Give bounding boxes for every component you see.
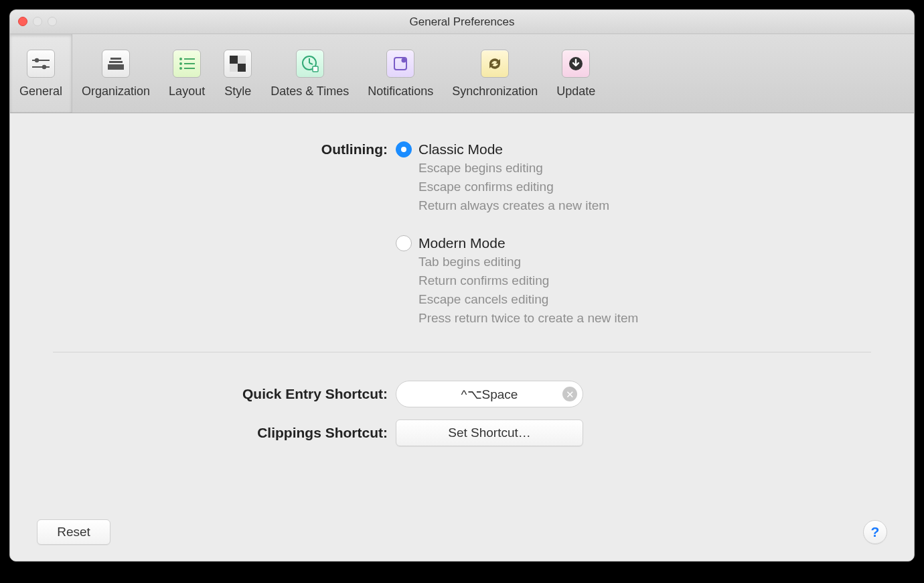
svg-rect-12 bbox=[184, 68, 195, 69]
tab-label: Dates & Times bbox=[271, 84, 349, 99]
classic-desc-2: Escape confirms editing bbox=[396, 178, 871, 196]
preferences-window: General Preferences General bbox=[9, 9, 915, 562]
radio-icon bbox=[396, 141, 412, 157]
outlining-section: Outlining: Classic Mode Escape begins ed… bbox=[53, 140, 871, 328]
svg-point-9 bbox=[179, 62, 182, 65]
svg-rect-19 bbox=[313, 66, 318, 72]
tab-organization[interactable]: Organization bbox=[72, 34, 159, 113]
svg-point-7 bbox=[179, 58, 182, 60]
help-icon: ? bbox=[871, 524, 880, 540]
preferences-body: Outlining: Classic Mode Escape begins ed… bbox=[10, 113, 914, 561]
svg-rect-6 bbox=[108, 64, 124, 70]
quick-entry-shortcut-field[interactable]: ^⌥Space ✕ bbox=[396, 381, 583, 407]
stack-icon bbox=[102, 50, 130, 78]
modern-desc-3: Escape cancels editing bbox=[396, 290, 871, 309]
svg-rect-8 bbox=[184, 58, 195, 60]
tab-label: Style bbox=[224, 84, 251, 99]
set-clippings-shortcut-button[interactable]: Set Shortcut… bbox=[396, 419, 583, 446]
checker-icon bbox=[224, 50, 252, 78]
tab-notifications[interactable]: Notifications bbox=[358, 34, 443, 113]
tab-layout[interactable]: Layout bbox=[159, 34, 214, 113]
radio-label: Classic Mode bbox=[418, 140, 503, 159]
radio-classic-mode[interactable]: Classic Mode bbox=[396, 140, 871, 159]
footer: Reset ? bbox=[10, 519, 914, 561]
sync-icon bbox=[481, 50, 509, 78]
svg-rect-5 bbox=[109, 61, 123, 63]
window-controls bbox=[18, 17, 57, 26]
svg-line-18 bbox=[309, 63, 313, 64]
titlebar: General Preferences bbox=[10, 10, 914, 34]
tab-label: Notifications bbox=[368, 84, 433, 99]
quick-entry-row: Quick Entry Shortcut: ^⌥Space ✕ bbox=[53, 381, 871, 407]
tab-style[interactable]: Style bbox=[214, 34, 261, 113]
clippings-row: Clippings Shortcut: Set Shortcut… bbox=[53, 419, 871, 446]
download-icon bbox=[562, 50, 590, 78]
modern-desc-1: Tab begins editing bbox=[396, 253, 871, 271]
zoom-button[interactable] bbox=[48, 17, 57, 26]
divider bbox=[53, 352, 871, 352]
tab-label: Organization bbox=[82, 84, 150, 99]
svg-point-11 bbox=[179, 67, 182, 70]
tab-synchronization[interactable]: Synchronization bbox=[443, 34, 547, 113]
window-title: General Preferences bbox=[410, 15, 515, 29]
button-label: Reset bbox=[57, 525, 90, 539]
clock-icon bbox=[296, 50, 324, 78]
reset-button[interactable]: Reset bbox=[37, 519, 110, 545]
radio-label: Modern Mode bbox=[418, 234, 506, 253]
tab-label: General bbox=[19, 84, 62, 99]
minimize-button[interactable] bbox=[33, 17, 42, 26]
svg-rect-14 bbox=[230, 56, 238, 64]
quick-entry-label: Quick Entry Shortcut: bbox=[53, 386, 388, 402]
tab-label: Synchronization bbox=[452, 84, 538, 99]
svg-rect-4 bbox=[110, 58, 121, 60]
modern-desc-2: Return confirms editing bbox=[396, 271, 871, 290]
clear-shortcut-icon[interactable]: ✕ bbox=[562, 387, 577, 401]
tab-dates-times[interactable]: Dates & Times bbox=[261, 34, 358, 113]
classic-desc-1: Escape begins editing bbox=[396, 159, 871, 178]
classic-desc-3: Return always creates a new item bbox=[396, 196, 871, 215]
svg-point-1 bbox=[35, 58, 39, 62]
tab-label: Update bbox=[556, 84, 595, 99]
list-icon bbox=[173, 50, 201, 78]
outlining-label: Outlining: bbox=[53, 140, 388, 328]
preferences-toolbar: General Organization bbox=[10, 34, 914, 113]
svg-point-21 bbox=[402, 58, 406, 63]
shortcut-value: ^⌥Space bbox=[461, 387, 518, 402]
radio-icon bbox=[396, 235, 412, 251]
svg-rect-10 bbox=[184, 63, 195, 64]
tab-general[interactable]: General bbox=[10, 34, 72, 113]
close-button[interactable] bbox=[18, 17, 27, 26]
radio-modern-mode[interactable]: Modern Mode bbox=[396, 234, 871, 253]
clippings-label: Clippings Shortcut: bbox=[53, 425, 388, 441]
svg-rect-15 bbox=[238, 64, 246, 72]
svg-point-3 bbox=[42, 65, 46, 69]
help-button[interactable]: ? bbox=[863, 520, 887, 544]
modern-desc-4: Press return twice to create a new item bbox=[396, 309, 871, 328]
button-label: Set Shortcut… bbox=[448, 426, 531, 440]
tab-update[interactable]: Update bbox=[547, 34, 605, 113]
sliders-icon bbox=[27, 50, 55, 78]
notification-icon bbox=[386, 50, 414, 78]
tab-label: Layout bbox=[169, 84, 205, 99]
